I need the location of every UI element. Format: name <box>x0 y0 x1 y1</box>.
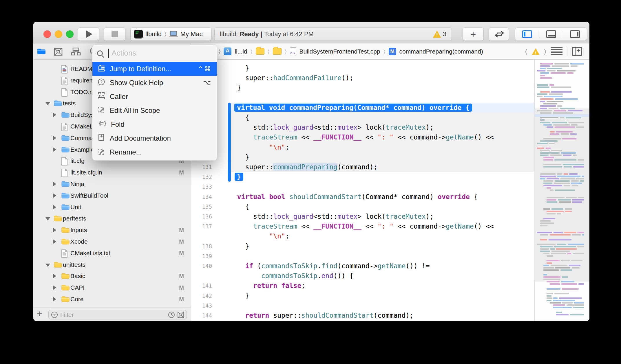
code-line[interactable]: "\n"; <box>191 231 534 241</box>
tree-item-swiftbuildtool[interactable]: SwiftBuildTool <box>33 190 191 201</box>
disclosure-right-icon[interactable] <box>53 205 56 209</box>
code-line[interactable]: 144 return super::shouldCommandStart(com… <box>191 310 534 321</box>
add-button[interactable]: + <box>463 27 484 41</box>
code-line[interactable]: commandsToSkip.end()) { <box>191 271 534 281</box>
filter-field[interactable]: Filter <box>48 310 187 319</box>
code-line[interactable]: 134 virtual bool shouldCommandStart(Comm… <box>191 192 534 202</box>
code-line[interactable]: 128 std::lock_guard<std::mutex> lock(tra… <box>191 122 534 133</box>
code-line[interactable]: 129 traceStream << __FUNCTION__ << ": " … <box>191 132 534 142</box>
previous-issue-button[interactable]: 〈 <box>525 48 527 56</box>
tree-item-basic[interactable]: BasicM <box>33 270 191 282</box>
disclosure-down-icon[interactable] <box>45 217 50 220</box>
breadcrumb-member[interactable]: commandPreparing(command) <box>399 48 483 55</box>
tree-item-ninja[interactable]: Ninja <box>33 178 191 190</box>
tree-item-inputs[interactable]: InputsM <box>33 224 191 236</box>
version-editor-button[interactable] <box>489 27 509 41</box>
tree-item-unit[interactable]: Unit <box>33 201 191 213</box>
disclosure-down-icon[interactable] <box>45 102 50 105</box>
menu-item-quick-help[interactable]: ?Show Quick Help⌥ <box>92 76 217 90</box>
code-line[interactable]: 142 } <box>191 291 534 301</box>
tree-item-core[interactable]: CoreM <box>33 293 191 305</box>
disclosure-right-icon[interactable] <box>53 228 56 232</box>
source-editor[interactable]: 122 }123 super::hadCommandFailure();124 … <box>191 60 589 321</box>
code-line[interactable]: 126virtual void commandPreparing(Command… <box>191 103 534 113</box>
code-line[interactable]: 140 if (commandsToSkip.find(command->get… <box>191 261 534 271</box>
stop-button[interactable] <box>104 27 125 41</box>
breadcrumb-project[interactable]: ll...ld <box>235 48 247 55</box>
minimize-window-button[interactable] <box>55 30 62 38</box>
menu-item-edit-all-in-scope[interactable]: Edit All in Scope <box>92 104 217 117</box>
disclosure-right-icon[interactable] <box>53 239 56 244</box>
related-items-icon[interactable] <box>551 47 562 56</box>
code-line[interactable]: 135 { <box>191 202 534 212</box>
symbol-navigator-icon[interactable] <box>71 47 81 56</box>
code-line[interactable]: 139 <box>191 251 534 261</box>
code-line[interactable]: 131 super::commandPreparing(command); <box>191 162 534 172</box>
minimap-code-bar <box>540 251 550 252</box>
code-line[interactable]: 124 } <box>191 83 534 93</box>
tree-item-lit-site-cfg-in[interactable]: lit.site.cfg.inM <box>33 167 191 178</box>
code-line[interactable]: 130 } <box>191 152 534 162</box>
toggle-debug-area-button[interactable] <box>539 30 563 38</box>
disclosure-right-icon[interactable] <box>53 147 56 152</box>
code-line[interactable]: 138 } <box>191 241 534 251</box>
menu-item-rename[interactable]: Rename... <box>92 145 217 159</box>
code-line[interactable]: "\n"; <box>191 142 534 152</box>
minimap-code-bar <box>573 155 577 156</box>
toggle-navigator-button[interactable] <box>515 30 539 38</box>
minimap-code-bar <box>551 150 562 151</box>
code-line[interactable]: 133 <box>191 182 534 192</box>
add-editor-button[interactable] <box>572 47 582 56</box>
code-line[interactable]: 143 <box>191 301 534 311</box>
toggle-inspector-button[interactable] <box>563 30 587 38</box>
code-line[interactable]: 141 return false; <box>191 281 534 291</box>
scheme-selector[interactable]: llbuild 〉 My Mac <box>130 27 212 41</box>
disclosure-down-icon[interactable] <box>45 264 50 267</box>
minimap[interactable] <box>534 60 589 321</box>
code-line[interactable]: 127 { <box>191 113 534 123</box>
disclosure-right-icon[interactable] <box>53 193 56 198</box>
menu-item-add-documentation[interactable]: Add Documentation <box>92 131 217 145</box>
disclosure-right-icon[interactable] <box>53 113 56 117</box>
project-navigator-icon[interactable] <box>37 47 46 55</box>
disclosure-right-icon[interactable] <box>53 297 56 302</box>
disclosure-right-icon[interactable] <box>53 274 56 278</box>
menu-item-shortcut: ⌥ <box>203 79 212 87</box>
minimap-code-bar <box>566 197 576 198</box>
history-forward-button[interactable]: 〉 <box>218 47 221 55</box>
menu-item-jump-to-definition[interactable]: Jump to Definition...⌃⌘ <box>92 62 217 76</box>
code-line[interactable]: 145 } <box>191 320 534 321</box>
code-line[interactable]: 123 super::hadCommandFailure(); <box>191 73 534 83</box>
zoom-window-button[interactable] <box>66 30 74 38</box>
tree-item-capi[interactable]: CAPIM <box>33 282 191 293</box>
action-search-field[interactable]: Actions <box>92 45 217 62</box>
menu-item-caller[interactable]: Caller <box>92 90 217 104</box>
run-button[interactable] <box>78 27 99 41</box>
breadcrumb-file[interactable]: BuildSystemFrontendTest.cpp <box>299 48 380 55</box>
add-file-button[interactable]: + <box>37 308 42 319</box>
code-line[interactable]: 132} <box>191 172 534 182</box>
recent-files-icon[interactable] <box>168 311 175 318</box>
code-line[interactable]: 125 <box>191 93 534 103</box>
disclosure-right-icon[interactable] <box>53 285 56 290</box>
next-issue-button[interactable]: 〉 <box>544 48 546 56</box>
tree-item-xcode[interactable]: XcodeM <box>33 236 191 247</box>
folder-icon[interactable] <box>256 48 264 55</box>
tree-item-perftests[interactable]: perftests <box>33 213 191 224</box>
warning-icon[interactable] <box>532 48 539 55</box>
quick-help-icon: ? <box>98 78 105 87</box>
disclosure-right-icon[interactable] <box>53 182 56 186</box>
minimap-code-bar <box>559 297 582 299</box>
code-line[interactable]: 136 std::lock_guard<std::mutex> lock(tra… <box>191 212 534 222</box>
menu-item-fold[interactable]: {}Fold <box>92 117 217 131</box>
source-control-navigator-icon[interactable] <box>54 47 63 56</box>
tree-item-cmakelists-txt[interactable]: CMakeLists.txtM <box>33 247 191 259</box>
activity-status[interactable]: llbuild: Ready | Today at 6:42 PM 3 <box>214 27 452 41</box>
code-line[interactable]: 122 } <box>191 63 534 73</box>
code-line[interactable]: 137 traceStream << __FUNCTION__ << ": " … <box>191 221 534 231</box>
tree-item-unittests[interactable]: unittests <box>33 259 191 271</box>
folder-icon[interactable] <box>273 48 282 55</box>
disclosure-right-icon[interactable] <box>53 136 56 140</box>
close-window-button[interactable] <box>43 30 51 38</box>
source-control-filter-icon[interactable] <box>177 311 184 318</box>
